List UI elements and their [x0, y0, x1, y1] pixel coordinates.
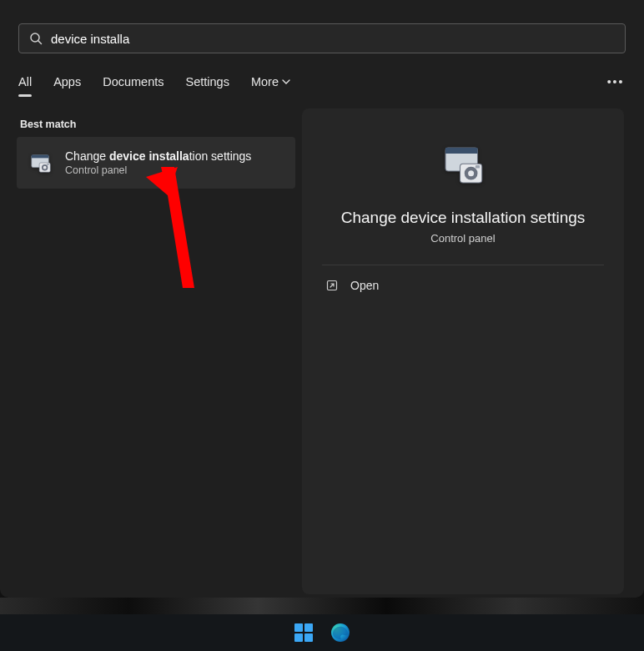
svg-rect-15: [475, 165, 480, 169]
tab-apps[interactable]: Apps: [53, 75, 81, 93]
detail-panel: Change device installation settings Cont…: [302, 108, 624, 594]
tabs-row: All Apps Documents Settings More •••: [18, 72, 626, 97]
control-panel-icon: [28, 150, 53, 175]
open-label: Open: [350, 279, 379, 292]
open-icon: [325, 279, 339, 292]
more-options-button[interactable]: •••: [606, 72, 626, 92]
tab-all[interactable]: All: [18, 75, 32, 93]
tab-more[interactable]: More: [251, 75, 290, 93]
chevron-down-icon: [282, 78, 290, 86]
svg-rect-17: [294, 623, 303, 632]
svg-rect-11: [445, 148, 478, 154]
control-panel-icon: [440, 142, 486, 189]
svg-rect-18: [304, 623, 313, 632]
svg-point-14: [468, 170, 474, 176]
svg-rect-20: [304, 633, 313, 642]
tab-more-label: More: [251, 75, 279, 88]
search-box[interactable]: [18, 23, 626, 53]
tab-settings[interactable]: Settings: [186, 75, 229, 93]
open-action[interactable]: Open: [322, 265, 604, 305]
best-match-label: Best match: [20, 119, 76, 130]
svg-line-1: [38, 41, 42, 44]
svg-rect-3: [32, 155, 49, 159]
result-text: Change device installation settings Cont…: [65, 149, 251, 176]
svg-rect-7: [47, 164, 49, 165]
result-item[interactable]: Change device installation settings Cont…: [17, 137, 295, 189]
detail-subtitle: Control panel: [430, 232, 495, 245]
start-button[interactable]: [293, 622, 314, 643]
result-subtitle: Control panel: [65, 164, 251, 176]
search-icon: [29, 32, 43, 45]
edge-browser-icon[interactable]: [330, 622, 351, 643]
search-input[interactable]: [51, 32, 615, 46]
tab-documents[interactable]: Documents: [103, 75, 164, 93]
desktop-strip: [0, 598, 644, 614]
search-panel: All Apps Documents Settings More ••• Bes…: [0, 0, 644, 598]
detail-title: Change device installation settings: [341, 209, 586, 227]
svg-point-6: [43, 166, 47, 169]
result-title: Change device installation settings: [65, 149, 251, 163]
svg-rect-19: [294, 633, 303, 642]
taskbar: [0, 614, 644, 651]
